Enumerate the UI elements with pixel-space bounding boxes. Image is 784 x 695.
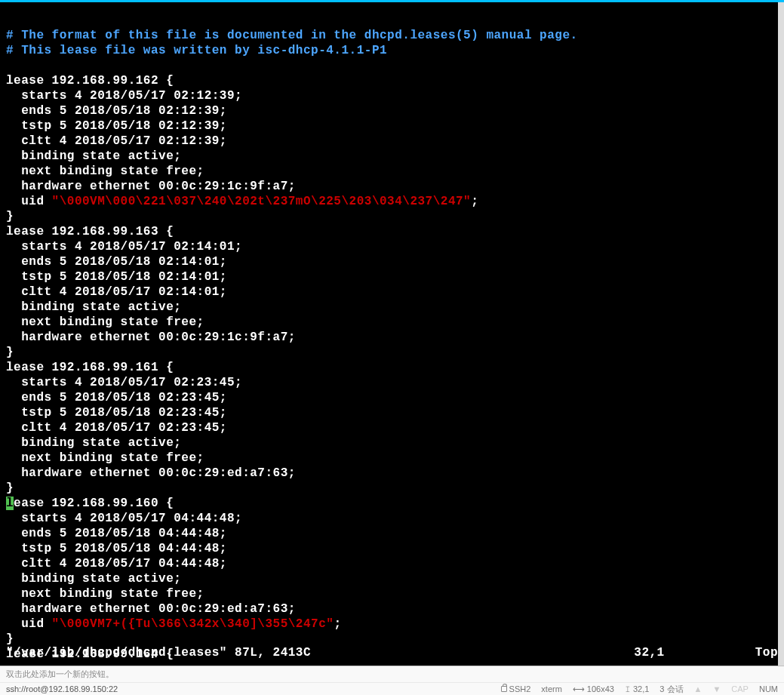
- lease-cltt: cltt 4 2018/05/17 02:23:45;: [6, 421, 227, 435]
- arrow-down-icon[interactable]: ▼: [712, 684, 721, 693]
- connection-string: ssh://root@192.168.99.150:22: [6, 684, 501, 693]
- lease-close: }: [6, 632, 14, 646]
- lease-close: }: [6, 210, 14, 223]
- lease-tstp: tstp 5 2018/05/18 02:14:01;: [6, 270, 227, 284]
- terminal-content[interactable]: # The format of this file is documented …: [0, 2, 784, 666]
- lease-binding: binding state active;: [6, 436, 181, 450]
- session-count: 3 会话: [659, 684, 683, 695]
- lease-ends: ends 5 2018/05/18 02:14:01;: [6, 255, 227, 269]
- lease-close: }: [6, 346, 14, 359]
- lease-header: ease 192.168.99.160 {: [14, 497, 174, 510]
- lease-next: next binding state free;: [6, 451, 204, 465]
- resize-icon: ⟷: [573, 684, 585, 694]
- lease-next: next binding state free;: [6, 587, 204, 601]
- toolbar-hint-bar[interactable]: 双击此处添加一个新的按钮。: [0, 666, 784, 682]
- lock-icon: [501, 686, 507, 692]
- lease-starts: starts 4 2018/05/17 02:23:45;: [6, 376, 242, 389]
- lease-uid-value: "\000VM7+({Tu\366\342x\340]\355\247c": [52, 617, 334, 631]
- lease-tstp: tstp 5 2018/05/18 04:44:48;: [6, 542, 227, 555]
- lease-binding: binding state active;: [6, 149, 181, 163]
- lease-uid-suffix: ;: [334, 617, 341, 631]
- lease-ends: ends 5 2018/05/18 02:23:45;: [6, 391, 227, 404]
- lease-hw: hardware ethernet 00:0c:29:1c:9f:a7;: [6, 180, 296, 193]
- lease-uid-suffix: ;: [471, 195, 478, 208]
- vim-scroll-indicator: Top: [755, 646, 778, 660]
- lease-header: lease 192.168.99.161 {: [6, 361, 174, 374]
- lease-header: lease 192.168.99.163 {: [6, 225, 174, 238]
- lease-tstp: tstp 5 2018/05/18 02:23:45;: [6, 406, 227, 420]
- lease-close: }: [6, 481, 14, 495]
- lease-cltt: cltt 4 2018/05/17 02:14:01;: [6, 285, 227, 299]
- lease-hw: hardware ethernet 00:0c:29:ed:a7:63;: [6, 466, 296, 480]
- vim-status-bar: "/var/lib/dhcpd/dhcpd.leases" 87L, 2413C…: [0, 646, 784, 666]
- vim-cursor: l: [6, 497, 14, 510]
- terminal-size: ⟷ 106x43: [573, 684, 614, 694]
- lease-hw: hardware ethernet 00:0c:29:1c:9f:a7;: [6, 331, 296, 344]
- comment-line: # The format of this file is documented …: [6, 29, 578, 42]
- lease-uid-prefix: uid: [6, 195, 52, 208]
- vim-cursor-position: 32,1: [634, 646, 664, 660]
- lease-ends: ends 5 2018/05/18 02:12:39;: [6, 104, 227, 118]
- lease-binding: binding state active;: [6, 300, 181, 314]
- lease-cltt: cltt 4 2018/05/17 04:44:48;: [6, 557, 227, 570]
- scrollbar[interactable]: [778, 2, 784, 666]
- caps-lock-indicator: CAP: [731, 684, 749, 693]
- lease-tstp: tstp 5 2018/05/18 02:12:39;: [6, 119, 227, 133]
- num-lock-indicator: NUM: [759, 684, 778, 693]
- lease-next: next binding state free;: [6, 315, 204, 329]
- arrow-up-icon[interactable]: ▲: [694, 684, 703, 693]
- lease-uid-prefix: uid: [6, 617, 52, 631]
- lease-cltt: cltt 4 2018/05/17 02:12:39;: [6, 134, 227, 148]
- lease-starts: starts 4 2018/05/17 02:14:01;: [6, 240, 242, 254]
- cursor-icon: 𝙸: [625, 684, 631, 694]
- app-status-bar: ssh://root@192.168.99.150:22 SSH2 xterm …: [0, 682, 784, 695]
- cursor-position: 𝙸 32,1: [625, 684, 649, 694]
- ssh-indicator: SSH2: [501, 684, 531, 693]
- lease-starts: starts 4 2018/05/17 02:12:39;: [6, 89, 242, 103]
- toolbar-hint-text: 双击此处添加一个新的按钮。: [6, 669, 114, 680]
- lease-hw: hardware ethernet 00:0c:29:ed:a7:63;: [6, 602, 296, 616]
- lease-starts: starts 4 2018/05/17 04:44:48;: [6, 512, 242, 525]
- lease-next: next binding state free;: [6, 165, 204, 178]
- lease-ends: ends 5 2018/05/18 04:44:48;: [6, 527, 227, 540]
- vim-file-info: "/var/lib/dhcpd/dhcpd.leases" 87L, 2413C: [6, 646, 311, 660]
- comment-line: # This lease file was written by isc-dhc…: [6, 44, 387, 57]
- lease-binding: binding state active;: [6, 572, 181, 586]
- terminal-window: # The format of this file is documented …: [0, 0, 784, 666]
- lease-header: lease 192.168.99.162 {: [6, 74, 174, 88]
- lease-uid-value: "\000VM\000\221\037\240\202t\237mO\225\2…: [52, 195, 472, 208]
- terminal-type: xterm: [541, 684, 562, 693]
